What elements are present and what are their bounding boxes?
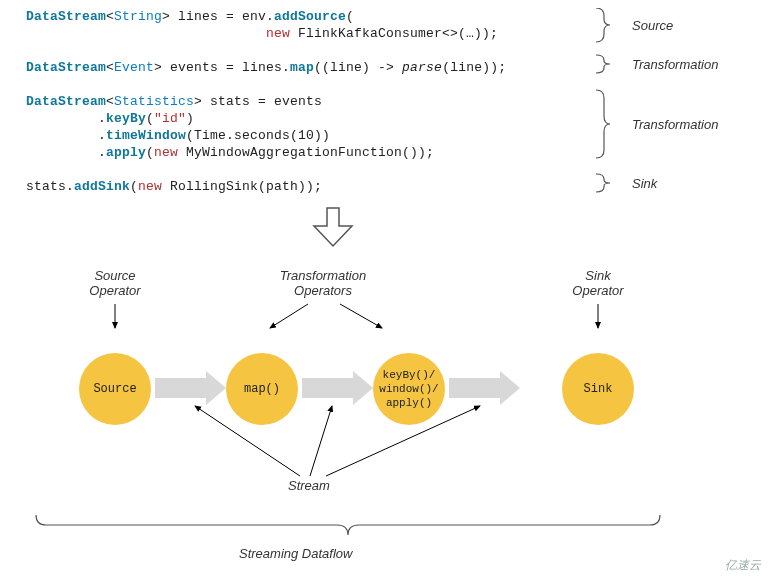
brace-transformation-2 xyxy=(596,90,610,158)
annotation-transformation-2: Transformation xyxy=(632,117,718,132)
code-line-3: DataStream<Event> events = lines.map((li… xyxy=(26,59,586,76)
code-line-7: .apply(new MyWindowAggregationFunction()… xyxy=(26,144,586,161)
dataflow-diagram: Source Operator Transformation Operators… xyxy=(10,258,765,578)
brace-source xyxy=(596,8,610,42)
label-transformation-operators: Transformation Operators xyxy=(268,268,378,298)
code-with-annotations: DataStream<String> lines = env.addSource… xyxy=(10,8,765,258)
code-line-2: new FlinkKafkaConsumer<>(…)); xyxy=(26,25,586,42)
brace-sink xyxy=(596,174,610,192)
code-line-8: stats.addSink(new RollingSink(path)); xyxy=(26,178,586,195)
code-blank-3 xyxy=(26,161,586,178)
svg-line-6 xyxy=(326,406,480,476)
annotation-sink: Sink xyxy=(632,176,657,191)
annotation-transformation-1: Transformation xyxy=(632,57,718,72)
svg-line-1 xyxy=(270,304,308,328)
code-blank-2 xyxy=(26,76,586,93)
svg-line-5 xyxy=(310,406,332,476)
code-line-1: DataStream<String> lines = env.addSource… xyxy=(26,8,586,25)
flow-arrow-down-icon xyxy=(310,206,356,248)
svg-line-2 xyxy=(340,304,382,328)
brace-dataflow xyxy=(32,513,732,543)
label-sink-operator: Sink Operator xyxy=(543,268,653,298)
watermark: 亿速云 xyxy=(725,557,761,574)
stream-fan-arrows xyxy=(10,398,710,518)
svg-line-4 xyxy=(195,406,300,476)
brace-transformation-1 xyxy=(596,55,610,73)
label-source-operator: Source Operator xyxy=(60,268,170,298)
code-line-5: .keyBy("id") xyxy=(26,110,586,127)
braces-svg xyxy=(590,8,630,258)
annotation-source: Source xyxy=(632,18,673,33)
label-streaming-dataflow: Streaming Dataflow xyxy=(239,546,352,561)
code-blank-1 xyxy=(26,42,586,59)
code-block: DataStream<String> lines = env.addSource… xyxy=(26,8,586,195)
code-line-4: DataStream<Statistics> stats = events xyxy=(26,93,586,110)
code-line-6: .timeWindow(Time.seconds(10)) xyxy=(26,127,586,144)
